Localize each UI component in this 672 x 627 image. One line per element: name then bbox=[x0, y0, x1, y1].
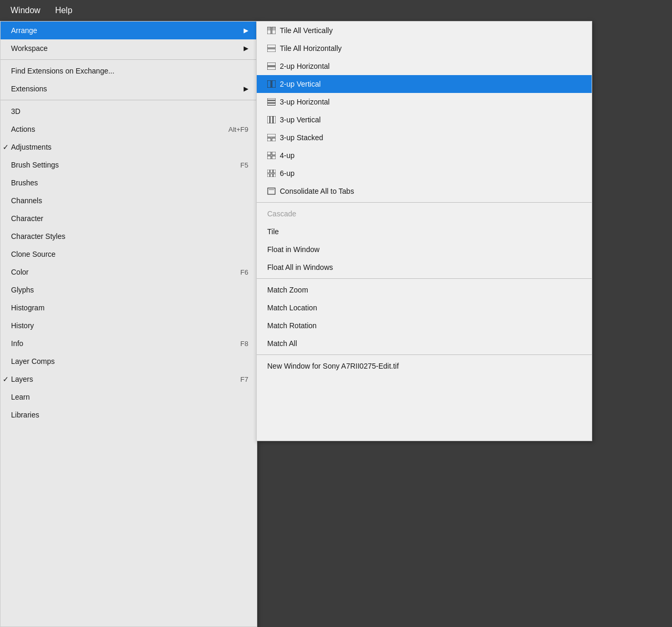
3up-stacked-icon bbox=[267, 134, 276, 141]
svg-rect-27 bbox=[270, 174, 273, 177]
menu-item-history[interactable]: History bbox=[1, 317, 257, 335]
menu-item-layer-comps[interactable]: Layer Comps bbox=[1, 352, 257, 370]
shortcut-color: F6 bbox=[240, 268, 248, 276]
menu-label-layer-comps: Layer Comps bbox=[11, 357, 55, 365]
right-menu-item-new-window[interactable]: New Window for Sony A7RII0275-Edit.tif bbox=[257, 357, 592, 375]
right-menu-label-2up-vertical: 2-up Vertical bbox=[280, 80, 321, 88]
menu-label-find-extensions: Find Extensions on Exchange... bbox=[11, 67, 114, 75]
menu-label-layers: Layers bbox=[11, 375, 33, 383]
menu-item-find-extensions[interactable]: Find Extensions on Exchange... bbox=[1, 62, 257, 80]
right-separator-10 bbox=[257, 202, 592, 203]
menu-item-channels[interactable]: Channels bbox=[1, 192, 257, 210]
menu-item-extensions[interactable]: Extensions▶ bbox=[1, 80, 257, 98]
separator-2 bbox=[1, 59, 257, 60]
shortcut-brush-settings: F5 bbox=[240, 161, 248, 169]
checkmark-icon: ✓ bbox=[3, 143, 9, 151]
svg-rect-30 bbox=[269, 189, 274, 190]
menu-item-brushes[interactable]: Brushes bbox=[1, 174, 257, 192]
menu-label-histogram: Histogram bbox=[11, 304, 45, 312]
menu-item-glyphs[interactable]: Glyphs bbox=[1, 281, 257, 299]
menu-label-brush-settings: Brush Settings bbox=[11, 161, 59, 169]
svg-rect-16 bbox=[267, 134, 276, 137]
right-menu-item-6up[interactable]: 6-up bbox=[257, 164, 592, 182]
right-menu-item-tile-all-horizontally[interactable]: Tile All Horizontally bbox=[257, 39, 592, 57]
right-menu-item-consolidate-all[interactable]: Consolidate All to Tabs bbox=[257, 182, 592, 200]
tile-horizontal-icon bbox=[267, 45, 276, 52]
right-menu-item-float-in-window[interactable]: Float in Window bbox=[257, 241, 592, 258]
right-menu-item-match-all[interactable]: Match All bbox=[257, 335, 592, 352]
menu-item-arrange[interactable]: Arrange▶ bbox=[1, 22, 257, 39]
right-separator-15 bbox=[257, 278, 592, 279]
menu-item-brush-settings[interactable]: Brush SettingsF5 bbox=[1, 156, 257, 174]
menu-item-histogram[interactable]: Histogram bbox=[1, 299, 257, 317]
menu-label-glyphs: Glyphs bbox=[11, 286, 34, 294]
svg-rect-6 bbox=[267, 62, 276, 66]
menu-item-layers[interactable]: ✓LayersF7 bbox=[1, 370, 257, 388]
svg-rect-18 bbox=[272, 138, 276, 141]
menu-label-character-styles: Character Styles bbox=[11, 232, 65, 241]
menu-item-libraries[interactable]: Libraries bbox=[1, 406, 257, 424]
submenu-arrow-icon: ▶ bbox=[244, 85, 248, 92]
4up-icon bbox=[267, 152, 276, 159]
right-menu-item-3up-vertical[interactable]: 3-up Vertical bbox=[257, 111, 592, 129]
right-menu-label-tile-all-vertically: Tile All Vertically bbox=[280, 26, 333, 35]
svg-rect-29 bbox=[268, 188, 275, 194]
menu-item-clone-source[interactable]: Clone Source bbox=[1, 245, 257, 263]
right-menu-item-tile-all-vertically[interactable]: Tile All Vertically bbox=[257, 22, 592, 39]
menu-item-color[interactable]: ColorF6 bbox=[1, 263, 257, 281]
right-menu-item-2up-horizontal[interactable]: 2-up Horizontal bbox=[257, 57, 592, 75]
svg-rect-20 bbox=[272, 152, 276, 155]
right-menu-label-float-all-in-windows: Float All in Windows bbox=[267, 263, 333, 271]
left-menu: Arrange▶Workspace▶Find Extensions on Exc… bbox=[0, 21, 257, 627]
2up-vertical-icon bbox=[267, 80, 276, 88]
checkmark-icon: ✓ bbox=[3, 375, 9, 383]
right-menu-label-float-in-window: Float in Window bbox=[267, 245, 320, 254]
right-menu-label-match-all: Match All bbox=[267, 339, 297, 348]
menu-label-character: Character bbox=[11, 214, 43, 223]
right-menu-item-match-location[interactable]: Match Location bbox=[257, 299, 592, 317]
right-menu-label-match-zoom: Match Zoom bbox=[267, 286, 308, 294]
window-menu[interactable]: Window bbox=[4, 4, 47, 17]
6up-icon bbox=[267, 170, 276, 177]
menu-label-libraries: Libraries bbox=[11, 411, 39, 419]
menu-label-color: Color bbox=[11, 268, 28, 276]
svg-rect-11 bbox=[267, 101, 276, 103]
help-menu[interactable]: Help bbox=[49, 4, 79, 17]
svg-rect-13 bbox=[267, 116, 270, 123]
right-menu-item-match-zoom[interactable]: Match Zoom bbox=[257, 281, 592, 299]
right-menu-item-3up-horizontal[interactable]: 3-up Horizontal bbox=[257, 93, 592, 111]
right-menu-item-tile[interactable]: Tile bbox=[257, 223, 592, 241]
3up-horizontal-icon bbox=[267, 98, 276, 106]
right-menu-item-match-rotation[interactable]: Match Rotation bbox=[257, 317, 592, 335]
menu-label-info: Info bbox=[11, 339, 23, 348]
menu-label-actions: Actions bbox=[11, 125, 35, 133]
svg-rect-25 bbox=[274, 170, 276, 173]
menu-label-extensions: Extensions bbox=[11, 85, 47, 93]
submenu-arrow-icon: ▶ bbox=[244, 45, 248, 52]
menu-label-arrange: Arrange bbox=[11, 26, 37, 35]
menu-item-adjustments[interactable]: ✓Adjustments bbox=[1, 138, 257, 156]
2up-horizontal-icon bbox=[267, 62, 276, 70]
menu-item-info[interactable]: InfoF8 bbox=[1, 335, 257, 352]
menu-label-learn: Learn bbox=[11, 393, 30, 401]
right-menu-item-4up[interactable]: 4-up bbox=[257, 147, 592, 164]
right-menu-label-tile: Tile bbox=[267, 227, 279, 236]
right-menu-item-2up-vertical[interactable]: 2-up Vertical bbox=[257, 75, 592, 93]
right-menu-label-match-location: Match Location bbox=[267, 304, 317, 312]
menu-item-workspace[interactable]: Workspace▶ bbox=[1, 39, 257, 57]
menu-item-actions[interactable]: ActionsAlt+F9 bbox=[1, 120, 257, 138]
right-menu-item-3up-stacked[interactable]: 3-up Stacked bbox=[257, 129, 592, 147]
menu-label-3d: 3D bbox=[11, 107, 20, 116]
shortcut-info: F8 bbox=[240, 340, 248, 348]
consolidate-icon bbox=[267, 187, 276, 195]
menu-item-character-styles[interactable]: Character Styles bbox=[1, 227, 257, 245]
right-menu-label-match-rotation: Match Rotation bbox=[267, 321, 317, 330]
menu-item-learn[interactable]: Learn bbox=[1, 388, 257, 406]
menu-item-3d[interactable]: 3D bbox=[1, 102, 257, 120]
menu-item-character[interactable]: Character bbox=[1, 210, 257, 227]
right-menu-item-float-all-in-windows[interactable]: Float All in Windows bbox=[257, 258, 592, 276]
submenu-arrow-icon: ▶ bbox=[244, 27, 248, 34]
menu-label-workspace: Workspace bbox=[11, 44, 48, 53]
right-menu-label-3up-horizontal: 3-up Horizontal bbox=[280, 98, 330, 106]
right-menu-label-cascade: Cascade bbox=[267, 210, 296, 218]
